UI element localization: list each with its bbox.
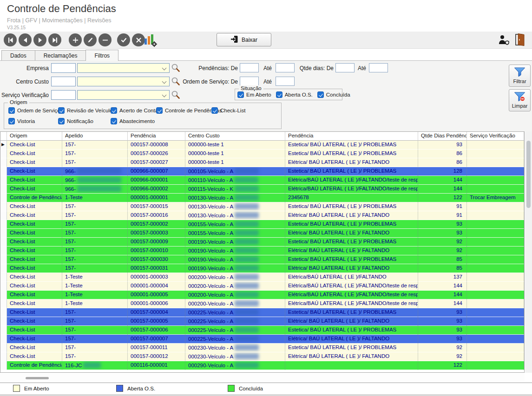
checkbox-icon[interactable] — [8, 107, 15, 114]
table-row[interactable]: Check-List1-Teste000001-000005000200-Veí… — [0, 291, 524, 299]
servico-verificacao-search-icon[interactable] — [171, 90, 180, 101]
checkbox-abastecimento[interactable]: Abastecimento — [111, 118, 155, 124]
empresa-search-icon[interactable] — [171, 63, 180, 74]
table-row[interactable]: Check-List157-000157-000012000230-Veícul… — [0, 352, 524, 361]
delete-button[interactable] — [99, 33, 112, 46]
ordem-servico-ate-input[interactable] — [276, 77, 295, 86]
chart-settings-icon[interactable] — [143, 33, 158, 47]
table-row[interactable]: Check-List157-000157-000004000225-Veícul… — [0, 308, 524, 317]
table-row[interactable]: Check-List157-000157-000011000230-Veícul… — [0, 344, 524, 352]
table-row[interactable]: Controle de Pendência116-JC000116-000001… — [0, 361, 524, 370]
checkbox-icon[interactable] — [111, 107, 117, 114]
exit-door-icon[interactable] — [515, 33, 525, 48]
checkbox-icon[interactable] — [111, 118, 117, 124]
qtde-dias-de-input[interactable] — [335, 63, 355, 72]
cell-centro-custo: 000200-Veículo - A — [185, 291, 285, 299]
ordem-servico-de-input[interactable] — [240, 77, 259, 86]
table-row[interactable]: ▶Check-List157-000157-000008000000-teste… — [0, 141, 524, 149]
vertical-scrollbar[interactable] — [525, 131, 532, 373]
checkbox-em-aberto[interactable]: Em Aberto — [237, 91, 271, 98]
column-header-servico-verificacao-6[interactable]: Serviço Verificação — [467, 132, 524, 141]
table-row[interactable]: Check-List966-000966-000007000105-Veícul… — [0, 167, 524, 176]
table-row[interactable]: Check-List157-000157-000003000155-Veícul… — [0, 229, 524, 238]
checkbox-check-list[interactable]: Check-List — [211, 107, 245, 114]
checkbox-icon[interactable] — [58, 107, 65, 114]
filtrar-button[interactable]: Filtrar — [509, 65, 531, 87]
tab-dados[interactable]: Dados — [1, 50, 35, 61]
centro-custo-search-icon[interactable] — [171, 77, 180, 87]
user-permissions-icon[interactable] — [498, 34, 510, 47]
row-marker — [0, 238, 7, 247]
baixar-button[interactable]: Baixar — [217, 33, 271, 46]
redacted-text — [235, 203, 259, 209]
vertical-scrollbar-thumb[interactable] — [526, 141, 531, 208]
table-row[interactable]: Check-List1-Teste000001-000004000200-Veí… — [0, 282, 524, 291]
table-row[interactable]: Controle de Pendência1-Teste000001-00000… — [0, 194, 524, 202]
column-header-pendencia-2[interactable]: Pendência — [128, 132, 185, 141]
servico-verificacao-combo[interactable] — [77, 90, 170, 100]
table-row[interactable]: Check-List157-000157-000005000225-Veícul… — [0, 317, 524, 326]
confirm-button[interactable] — [117, 33, 130, 46]
table-row[interactable]: Check-List157-000157-000030000190-Veícul… — [0, 255, 524, 264]
checkbox-notificacao[interactable]: Notificação — [58, 118, 93, 124]
table-row[interactable]: Check-List157-000157-000007000225-Veícul… — [0, 335, 524, 344]
table-row[interactable]: Check-List1-Teste000001-000003000200-Veí… — [0, 273, 524, 282]
last-record-button[interactable] — [48, 33, 61, 46]
cell-centro-custo: 000130-Veículo - A — [185, 211, 285, 220]
cell-qtde-dias: 144 — [418, 299, 467, 308]
cell-centro-custo: 000230-Veículo - A — [185, 352, 285, 361]
column-header-origem-0[interactable]: Origem — [7, 132, 62, 141]
horizontal-scrollbar[interactable] — [0, 374, 525, 382]
next-record-button[interactable] — [33, 33, 46, 46]
checkbox-icon[interactable] — [156, 107, 163, 114]
tab-filtros[interactable]: Filtros — [85, 50, 118, 61]
checkbox-revisao-de-veiculos[interactable]: Revisão de Veículos — [58, 107, 115, 114]
table-row[interactable]: Check-List157-000157-000010000190-Veícul… — [0, 247, 524, 255]
empresa-combo[interactable] — [77, 63, 170, 73]
column-header-pendencia-4[interactable]: Pendência — [285, 132, 418, 141]
table-row[interactable]: Check-List157-000157-000002000155-Veícul… — [0, 220, 524, 229]
table-row[interactable]: Check-List157-000157-000026000000-teste … — [0, 149, 524, 158]
origem-title: Origem — [8, 99, 29, 105]
checkbox-icon[interactable] — [317, 91, 324, 98]
checkbox-icon[interactable] — [211, 107, 218, 114]
tab-reclamacoes[interactable]: Reclamações — [35, 50, 86, 61]
centro-custo-code-input[interactable] — [51, 77, 76, 86]
empresa-code-input[interactable] — [51, 63, 76, 73]
qtde-dias-ate-input[interactable] — [369, 63, 388, 72]
pendencias-de-input[interactable] — [240, 63, 259, 72]
checkbox-icon[interactable] — [237, 91, 244, 98]
previous-record-button[interactable] — [19, 33, 32, 46]
table-row[interactable]: Check-List966-000966-000001000110-Veícul… — [0, 176, 524, 185]
column-header-apelido-1[interactable]: Apelido — [62, 132, 128, 141]
chevron-down-icon — [162, 66, 167, 71]
table-row[interactable]: Check-List1-Teste000001-000006000200-Veí… — [0, 299, 524, 308]
checkbox-concluida[interactable]: Concluída — [317, 91, 350, 98]
horizontal-scrollbar-thumb[interactable] — [26, 377, 49, 379]
servico-verificacao-code-input[interactable] — [51, 90, 76, 100]
centro-custo-combo[interactable] — [77, 77, 170, 86]
checkbox-icon[interactable] — [276, 91, 282, 98]
table-row[interactable]: Check-List157-000157-000006000225-Veícul… — [0, 326, 524, 335]
table-row[interactable]: Check-List157-000157-000015000130-Veícul… — [0, 202, 524, 211]
table-row[interactable]: Check-List966-000966-000002000115-Veícul… — [0, 185, 524, 194]
edit-button[interactable] — [84, 33, 97, 46]
checkbox-icon[interactable] — [8, 118, 15, 124]
pendencias-ate-input[interactable] — [276, 63, 295, 72]
checkbox-vistoria[interactable]: Vistoria — [8, 118, 35, 124]
table-row[interactable]: Check-List157-000157-000016000130-Veícul… — [0, 211, 524, 220]
column-header-qtde-dias-pendencia-5[interactable]: Qtde Dias Pendência — [418, 132, 467, 141]
checkbox-ordem-de-servico[interactable]: Ordem de Serviço — [8, 107, 60, 114]
cell-qtde-dias: 122 — [418, 361, 467, 370]
table-row[interactable]: Check-List157-000157-000009000190-Veícul… — [0, 238, 524, 247]
table-row[interactable]: Check-List157-000157-000027000000-teste … — [0, 158, 524, 167]
column-header-centro-custo-3[interactable]: Centro Custo — [185, 132, 285, 141]
limpar-button[interactable]: Limpar — [509, 89, 531, 111]
checkbox-acerto-de-contas[interactable]: Acerto de Contas — [111, 107, 161, 114]
checkbox-aberta-o-s[interactable]: Aberta O.S. — [276, 91, 313, 98]
redacted-text — [235, 230, 259, 236]
add-button[interactable] — [69, 33, 82, 46]
first-record-button[interactable] — [4, 33, 17, 46]
checkbox-icon[interactable] — [58, 118, 65, 124]
table-row[interactable]: Check-List157-000157-000031000190-Veícul… — [0, 264, 524, 273]
